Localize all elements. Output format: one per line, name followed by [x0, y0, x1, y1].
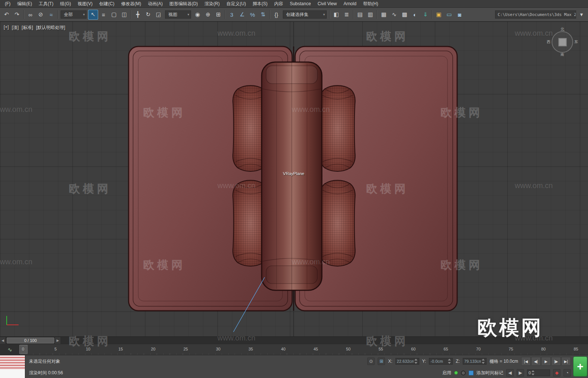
enable-led-icon[interactable] [454, 371, 458, 375]
ruler-tick-label: 15 [118, 347, 123, 351]
menu-item[interactable]: 编辑(E) [14, 0, 35, 8]
menu-item[interactable]: 自定义(U) [223, 0, 249, 8]
viewcube-top-face[interactable] [558, 38, 567, 46]
add-time-tag-label[interactable]: 添加时间标记 [476, 370, 503, 376]
curve-editor-icon[interactable]: ∿ [389, 10, 399, 20]
menu-item[interactable]: 修改器(M) [118, 0, 145, 8]
menu-item[interactable]: Civil View [314, 0, 340, 7]
select-and-scale-icon[interactable]: ◲ [154, 10, 164, 20]
selection-lock-icon[interactable]: ⊙ [367, 358, 375, 365]
key-mode-icon[interactable]: ◆ [553, 369, 560, 377]
viewport-menu-standard[interactable]: [标准] [22, 25, 33, 31]
transform-gizmo-icon[interactable]: ⊞ [378, 358, 385, 365]
go-to-end-button[interactable]: ▶| [561, 357, 571, 366]
enable-label: 启用 [442, 370, 451, 376]
select-and-move-icon[interactable]: ╋ [133, 10, 143, 20]
snap-toggle-3d-icon[interactable]: 3 [227, 10, 237, 20]
mini-curve-editor-button[interactable]: ∿ [0, 344, 20, 355]
menu-item[interactable]: Substance [287, 0, 314, 7]
current-frame-field[interactable]: 0 [527, 369, 550, 376]
toggle-ribbon-icon[interactable]: ▦ [379, 10, 389, 20]
window-crossing-icon[interactable]: ◫ [119, 10, 129, 20]
x-label: X: [388, 359, 392, 364]
spinner-snap-icon[interactable]: ⇅ [258, 10, 268, 20]
project-path-field[interactable]: C:\Users\Han\Documents\3ds Max 2022 [495, 10, 576, 19]
menu-item[interactable]: 创建(C) [96, 0, 118, 8]
go-to-start-button[interactable]: |◀ [521, 357, 531, 366]
listener-pane[interactable] [0, 369, 25, 378]
toggle-layer-explorer-icon[interactable]: ▥ [365, 10, 375, 20]
unlink-selection-icon[interactable]: ⊘ [36, 10, 46, 20]
workspace-dropdown-arrow-icon[interactable]: ▾ [576, 10, 587, 20]
menu-item[interactable]: 图形编辑器(D) [166, 0, 201, 8]
menu-item[interactable]: 视图(V) [74, 0, 96, 8]
undo-icon[interactable]: ↶ [1, 10, 12, 20]
play-button[interactable]: ▶ [541, 357, 551, 366]
render-setup-icon[interactable]: ▣ [434, 10, 444, 20]
select-and-link-icon[interactable]: ∞ [25, 10, 35, 20]
mirror-icon[interactable]: ◧ [331, 10, 341, 20]
y-label: Y: [422, 359, 426, 364]
z-spinner[interactable] [482, 359, 485, 364]
z-coordinate-field[interactable]: 79.133cm [463, 358, 487, 365]
menu-item[interactable]: 渲染(R) [201, 0, 223, 8]
reference-coordinate-dropdown[interactable]: 视图▾ [165, 10, 191, 19]
menu-item[interactable]: (F) [1, 0, 14, 7]
keyboard-override-icon[interactable]: ⊞ [213, 10, 223, 20]
align-icon[interactable]: ≣ [342, 10, 352, 20]
y-coordinate-field[interactable]: -0.0cm [429, 358, 453, 365]
schematic-view-icon[interactable]: ▩ [400, 10, 410, 20]
compass-west-label: 西 [547, 39, 550, 45]
menu-item[interactable]: 工具(T) [35, 0, 56, 8]
toggle-scene-explorer-icon[interactable]: ▤ [355, 10, 365, 20]
time-slider-left-arrow[interactable]: ◀ [0, 337, 6, 344]
ruler-tick-label: 20 [151, 347, 155, 351]
select-object-icon[interactable]: ↖ [88, 10, 98, 20]
macro-recorder-pane[interactable] [0, 355, 25, 369]
menu-item[interactable]: 脚本(S) [249, 0, 271, 8]
maxscript-mini-listener[interactable] [0, 355, 25, 378]
menu-item[interactable]: 内容 [271, 0, 287, 8]
render-production-icon[interactable]: ◙ [455, 10, 465, 20]
render-in-cloud-icon[interactable]: ⇓ [420, 10, 430, 20]
viewport-menu-view[interactable]: [顶] [12, 25, 19, 31]
add-button[interactable]: + [573, 356, 587, 377]
frame-spinner[interactable] [532, 370, 535, 375]
select-and-manipulate-icon[interactable]: ⊕ [203, 10, 213, 20]
x-coordinate-field[interactable]: 22.632cm [395, 358, 419, 365]
viewport-menu-shading[interactable]: [默认明暗处理] [36, 25, 65, 31]
angle-snap-icon[interactable]: ∠ [237, 10, 247, 20]
rectangular-selection-icon[interactable]: ▢ [109, 10, 119, 20]
named-selection-sets-dropdown[interactable]: 创建选择集▾ [283, 10, 327, 19]
menu-item[interactable]: 动画(A) [145, 0, 166, 8]
previous-key-icon[interactable]: ◀ [506, 369, 514, 377]
y-spinner[interactable] [448, 359, 451, 364]
select-and-rotate-icon[interactable]: ↻ [143, 10, 153, 20]
previous-frame-button[interactable]: ◀| [531, 357, 541, 366]
menu-item[interactable]: Arnold [340, 0, 360, 7]
time-slider-right-arrow[interactable]: ▶ [55, 337, 61, 344]
selection-filter-dropdown[interactable]: 全部▾ [61, 10, 87, 19]
viewport-menu-general[interactable]: [+] [4, 25, 9, 31]
rendered-frame-window-icon[interactable]: ▭ [444, 10, 454, 20]
time-configuration-icon[interactable]: ◔ [563, 369, 571, 377]
model-wireframe[interactable] [0, 22, 588, 336]
mute-toggle-icon[interactable] [461, 371, 466, 375]
time-ruler[interactable]: 0510152025303540455055606570758085 [20, 344, 588, 355]
use-pivot-center-icon[interactable]: ◉ [193, 10, 203, 20]
time-slider[interactable]: 0 / 100 [7, 337, 54, 343]
x-spinner[interactable] [414, 359, 418, 364]
redo-icon[interactable]: ↷ [12, 10, 22, 20]
next-key-icon[interactable]: ▶ [517, 369, 524, 377]
percent-snap-icon[interactable]: % [248, 10, 258, 20]
menu-item[interactable]: 帮助(H) [360, 0, 382, 8]
bind-to-space-warp-icon[interactable]: ≈ [46, 10, 56, 20]
viewcube[interactable]: 北 南 西 东 [549, 29, 576, 55]
viewport[interactable]: [+] [顶] [标准] [默认明暗处理] VRayPlane 北 南 西 东 [0, 22, 588, 336]
toolbar-separator [225, 10, 225, 19]
menu-item[interactable]: 组(G) [57, 0, 74, 8]
material-editor-icon[interactable]: ◐ [410, 10, 420, 20]
select-by-name-icon[interactable]: ≡ [98, 10, 109, 20]
next-frame-button[interactable]: |▶ [551, 357, 561, 366]
edit-named-selection-sets-icon[interactable]: {} [271, 10, 281, 20]
